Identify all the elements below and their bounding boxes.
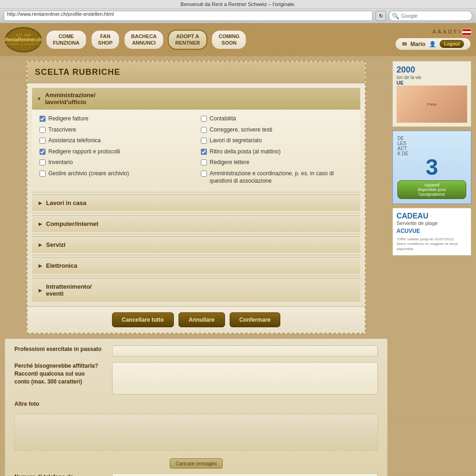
carica-immagini-button[interactable]: Caricare immagini bbox=[170, 458, 223, 469]
category-servizi[interactable]: ▶ Servizi bbox=[32, 236, 360, 253]
amministrazione-coord-checkbox[interactable] bbox=[201, 171, 207, 177]
checkbox-contabilita: Contabilità bbox=[201, 115, 353, 123]
photo-upload-area bbox=[14, 414, 378, 451]
cancel-all-button[interactable]: Cancellare tutto bbox=[112, 312, 174, 327]
ritiro-posta-label[interactable]: Ritiro della posta (al mattino) bbox=[210, 148, 281, 156]
site-logo[interactable]: EST. 2009 RentaRentner.ch IN GAMBA, IL N… bbox=[5, 27, 42, 53]
url-bar[interactable]: http://www.rentarentner.ch/profile-erste… bbox=[4, 11, 373, 21]
category-intrattenimento-label: Intrattenimento/eventi bbox=[46, 283, 92, 297]
nav-fan-shop[interactable]: FANSHOP bbox=[91, 30, 120, 49]
checkbox-grid: Redigere fatture Contabilità Trascrivere bbox=[40, 115, 353, 185]
ad2-number: 3 bbox=[397, 156, 466, 178]
redigere-rapporti-label[interactable]: Redigere rapporti e protocolli bbox=[48, 148, 120, 156]
assistenza-tel-checkbox[interactable] bbox=[40, 138, 46, 144]
redigere-rapporti-checkbox[interactable] bbox=[40, 149, 46, 155]
logout-button[interactable]: Logout bbox=[440, 40, 464, 48]
trascrivere-label[interactable]: Trascrivere bbox=[48, 126, 76, 134]
checkbox-correggere: Correggere, scrivere testi bbox=[201, 126, 353, 134]
divider-1 bbox=[32, 192, 360, 192]
flag-icon[interactable] bbox=[462, 29, 471, 35]
checkbox-ritiro-posta: Ritiro della posta (al mattino) bbox=[201, 148, 353, 156]
nav-coming-soon[interactable]: COMINGSOON bbox=[211, 30, 247, 49]
cadeau-title: CADEAU bbox=[397, 212, 428, 220]
category-elettronica[interactable]: ▶ Elettronica bbox=[32, 257, 360, 274]
contabilita-checkbox[interactable] bbox=[201, 116, 207, 122]
browser-chrome: Benvenuti da Rent a Rentner Schweiz – l'… bbox=[0, 0, 476, 23]
telefono-input[interactable] bbox=[112, 473, 378, 476]
modal-body[interactable]: ▼ Amministrazione/lavori/d'ufficio Redig… bbox=[27, 83, 365, 306]
perche-textarea[interactable] bbox=[112, 362, 378, 395]
search-magnify-icon: 🔍 bbox=[392, 13, 399, 20]
browser-search-input[interactable] bbox=[401, 13, 462, 19]
amministrazione-coord-label[interactable]: Amministrazione e coordinazione, p. es. … bbox=[210, 170, 353, 185]
correggere-label[interactable]: Correggere, scrivere testi bbox=[210, 126, 272, 134]
trascrivere-checkbox[interactable] bbox=[40, 127, 46, 133]
inventario-checkbox[interactable] bbox=[40, 159, 46, 165]
divider-3 bbox=[32, 234, 360, 234]
perche-row: Perché bisognerebbe affittarla?Racconti … bbox=[14, 362, 378, 395]
annullare-button[interactable]: Annullare bbox=[178, 312, 225, 327]
altre-foto-label: Altre foto bbox=[14, 400, 107, 408]
carica-container: Caricare immagini bbox=[14, 456, 378, 469]
correggere-checkbox[interactable] bbox=[201, 127, 207, 133]
professioni-input[interactable] bbox=[112, 345, 378, 357]
confermare-button[interactable]: Confermare bbox=[230, 312, 280, 327]
gestire-archivio-checkbox[interactable] bbox=[40, 171, 46, 177]
checkbox-redigere-lettere: Redigere lettere bbox=[201, 159, 353, 166]
user-menu[interactable]: ✉ Mario 👤 Logout bbox=[395, 37, 471, 51]
nav-letters: A A A D F I bbox=[432, 29, 471, 35]
logo-main-text: RentaRentner.ch bbox=[5, 37, 41, 43]
gestire-archivio-label[interactable]: Gestire archivio (creare archivio) bbox=[48, 170, 129, 178]
checkbox-lavori-segretariato: Lavori di segretariato bbox=[201, 137, 353, 145]
expand-icon-intrattenimento: ▶ bbox=[39, 288, 42, 293]
category-computer[interactable]: ▶ Computer/internet bbox=[32, 215, 360, 232]
lavori-segretariato-label[interactable]: Lavori di segretariato bbox=[210, 137, 262, 145]
divider-5 bbox=[32, 276, 360, 276]
ad1-year: 2000 bbox=[397, 65, 467, 75]
redigere-lettere-label[interactable]: Redigere lettere bbox=[210, 159, 249, 166]
category-amministrazione: ▼ Amministrazione/lavori/d'ufficio Redig… bbox=[32, 88, 360, 190]
navigation-bar: EST. 2009 RentaRentner.ch IN GAMBA, IL N… bbox=[0, 23, 476, 56]
divider-4 bbox=[32, 255, 360, 255]
expand-icon-computer: ▶ bbox=[39, 221, 42, 226]
envelope-icon: ✉ bbox=[402, 41, 407, 47]
redigere-fatture-checkbox[interactable] bbox=[40, 116, 46, 122]
category-amministrazione-title: Amministrazione/lavori/d'ufficio bbox=[45, 92, 95, 106]
modal-dialog: SCELTA RUBRICHE ▼ Amministrazione/lavori… bbox=[26, 61, 366, 334]
cadeau-fine-print: *Offre valable jusqu'au 31/07/2013.Selon… bbox=[397, 237, 467, 251]
category-lavori-casa[interactable]: ▶ Lavori in casa bbox=[32, 194, 360, 211]
collapse-icon: ▼ bbox=[37, 96, 41, 101]
contabilita-label[interactable]: Contabilità bbox=[210, 115, 236, 123]
modal-header: SCELTA RUBRICHE bbox=[27, 62, 365, 83]
browser-search-bar[interactable]: 🔍 bbox=[389, 11, 472, 21]
checkbox-gestire-archivio: Gestire archivio (creare archivio) bbox=[40, 170, 192, 185]
assistenza-tel-label[interactable]: Assistenza telefonica bbox=[48, 137, 101, 145]
checkbox-amministrazione-coord: Amministrazione e coordinazione, p. es. … bbox=[201, 170, 353, 185]
cadeau-header: CADEAU * bbox=[397, 212, 467, 220]
ad1-text: ion de la vie bbox=[397, 75, 467, 80]
cadeau-asterisk: * bbox=[430, 214, 431, 218]
redigere-fatture-label[interactable]: Redigere fatture bbox=[48, 115, 88, 123]
checkbox-inventario: Inventario bbox=[40, 159, 192, 166]
inventario-label[interactable]: Inventario bbox=[48, 159, 73, 166]
lavori-segretariato-checkbox[interactable] bbox=[201, 138, 207, 144]
cadeau-subtitle: Serviette de plage bbox=[397, 220, 467, 226]
category-intrattenimento[interactable]: ▶ Intrattenimento/eventi bbox=[32, 278, 360, 302]
expand-icon-lavori-casa: ▶ bbox=[39, 200, 42, 205]
ad1-sub: UE bbox=[397, 80, 467, 86]
ritiro-posta-checkbox[interactable] bbox=[201, 149, 207, 155]
main-content: SCELTA RUBRICHE ▼ Amministrazione/lavori… bbox=[0, 56, 476, 476]
redigere-lettere-checkbox[interactable] bbox=[201, 159, 207, 165]
center-column: SCELTA RUBRICHE ▼ Amministrazione/lavori… bbox=[5, 61, 388, 476]
category-amministrazione-header[interactable]: ▼ Amministrazione/lavori/d'ufficio bbox=[32, 88, 360, 110]
ad1-image: Photo bbox=[397, 86, 467, 123]
nav-adopt-rentner[interactable]: ADOPT ARENTNER bbox=[168, 30, 207, 49]
nav-bacheca-annunci[interactable]: BACHECAANNUNCI bbox=[124, 30, 164, 49]
category-elettronica-label: Elettronica bbox=[46, 262, 77, 269]
professioni-label: Professioni esercitate in passato bbox=[14, 345, 107, 353]
refresh-button[interactable]: ↻ bbox=[376, 11, 386, 21]
checkbox-assistenza-tel: Assistenza telefonica bbox=[40, 137, 192, 145]
nav-come-funziona[interactable]: COMEFUNZIONA bbox=[46, 30, 87, 49]
category-amministrazione-content: Redigere fatture Contabilità Trascrivere bbox=[32, 110, 360, 190]
profile-form: Professioni esercitate in passato Perché… bbox=[5, 338, 388, 476]
